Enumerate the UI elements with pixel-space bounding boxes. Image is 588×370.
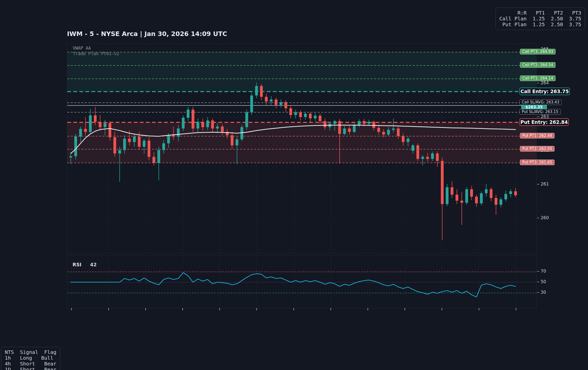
- put-pt3-label: Put PT3: 261.65: [520, 160, 554, 165]
- rsi-tick-label: 30: [541, 290, 546, 295]
- rsi-pane[interactable]: [67, 255, 537, 308]
- rsi-tick-mark: [537, 271, 539, 272]
- time-tick-mark: [145, 308, 146, 310]
- price-tick-mark: [537, 83, 539, 83]
- rsi-tick-mark: [537, 282, 539, 282]
- rsi-tick-mark: [537, 292, 539, 293]
- put-sl-label: Put SL/AVG: 263.15: [519, 109, 561, 115]
- time-tick-mark: [108, 308, 109, 310]
- call-sl-label: Call SL/AVG: 263.43: [519, 99, 562, 105]
- rsi-name: RSI: [73, 262, 81, 267]
- call-pt2-label: Call PT2: 264.54: [520, 62, 556, 68]
- vwap-indicator-label[interactable]: VWAP AA: [73, 46, 91, 51]
- price-tick-mark: [537, 117, 539, 117]
- rsi-canvas[interactable]: [67, 255, 536, 308]
- time-tick-mark: [442, 308, 442, 310]
- price-tick-mark: [537, 218, 539, 218]
- time-tick-mark: [331, 308, 331, 310]
- rsi-value: 42: [90, 262, 96, 267]
- main-chart-pane[interactable]: VWAP AA Trade Plan Pt01-v2: [67, 43, 537, 253]
- chart-title: IWM - 5 - NYSE Arca | Jan 30, 2026 14:09…: [67, 30, 227, 38]
- call-pt3-label: Call PT3: 264.93: [520, 49, 556, 54]
- put-pt2-label: Put PT2: 262.05: [520, 146, 554, 152]
- put-pt1-label: Put PT1: 262.44: [520, 133, 554, 138]
- rsi-tick-label: 70: [541, 269, 546, 274]
- time-tick-mark: [71, 308, 72, 310]
- rsi-indicator-label[interactable]: RSI42: [73, 262, 97, 267]
- price-tick-label: 260: [541, 215, 549, 220]
- price-tick-mark: [537, 184, 539, 184]
- time-tick-mark: [405, 308, 405, 310]
- time-tick-mark: [256, 308, 257, 310]
- call-entry-label: Call Entry: 263.75: [519, 88, 570, 95]
- price-tick-label: 261: [541, 181, 549, 187]
- candlestick-canvas[interactable]: [67, 44, 536, 253]
- trade-plan-indicator-label[interactable]: Trade Plan Pt01-v2: [73, 51, 119, 56]
- time-tick-mark: [368, 308, 368, 310]
- time-tick-mark: [293, 308, 294, 310]
- rsi-tick-label: 50: [541, 279, 546, 284]
- time-tick-mark: [516, 308, 516, 310]
- risk-reward-plan-table: R:R PT1 PT2 PT3 Call Plan 1.25 2.50 3.75…: [496, 8, 585, 30]
- put-entry-label: Put Entry: 262.84: [519, 118, 569, 126]
- time-tick-mark: [479, 308, 479, 310]
- time-tick-mark: [182, 308, 183, 310]
- call-pt1-label: Call PT1: 264.14: [520, 76, 556, 81]
- trading-chart-app: R:R PT1 PT2 PT3 Call Plan 1.25 2.50 3.75…: [0, 0, 588, 370]
- nts-signal-table: NTS Signal Flag 1h Long Bull 4h Short Be…: [1, 347, 60, 370]
- time-tick-mark: [219, 308, 220, 310]
- price-tick-label: 264: [541, 80, 549, 85]
